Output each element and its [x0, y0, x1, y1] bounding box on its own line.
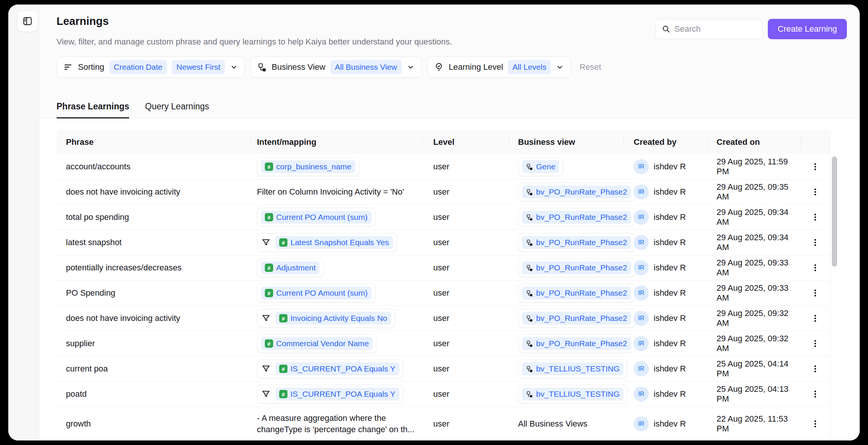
created-by-name: ishdev R — [654, 238, 686, 247]
app-window: Learnings View, filter, and manage custo… — [8, 5, 860, 440]
intent-chip: #IS_CURRENT_POA Equals Y — [257, 385, 403, 404]
phrase-text: account/accounts — [66, 162, 130, 172]
column-header-phrase: Phrase — [57, 130, 251, 154]
business-view-pill: bv_PO_RunRate_Phase2 — [522, 287, 631, 299]
business-view-label: Gene — [536, 162, 555, 171]
measure-icon: # — [279, 390, 287, 398]
row-menu-button[interactable] — [807, 386, 824, 402]
learning-level-filter[interactable]: Learning Level All Levels — [427, 57, 571, 78]
sidebar-toggle-button[interactable] — [17, 11, 38, 32]
hierarchy-icon — [526, 163, 533, 170]
column-header-level: Level — [422, 130, 509, 154]
avatar: IR — [634, 361, 649, 376]
level-text: user — [433, 187, 449, 197]
page-subtitle: View, filter, and manage custom phrase a… — [57, 37, 452, 47]
measure-label: Invoicing Activity Equals No — [290, 314, 387, 323]
table-scrollbar-thumb[interactable] — [832, 157, 837, 267]
row-menu-button[interactable] — [807, 209, 824, 226]
column-header-created-by: Created by — [623, 130, 708, 154]
tab-query-learnings[interactable]: Query Learnings — [145, 95, 209, 118]
business-view-chip: bv_TELLIUS_TESTING — [518, 359, 628, 378]
row-menu-button[interactable] — [807, 184, 824, 200]
business-view-chip: bv_PO_RunRate_Phase2 — [518, 284, 635, 302]
intent-chip: #Commercial Vendor Name — [257, 334, 377, 353]
create-learning-button[interactable]: Create Learning — [768, 19, 847, 39]
business-view-label: bv_PO_RunRate_Phase2 — [536, 187, 627, 196]
row-menu-button[interactable] — [807, 234, 824, 251]
phrase-text: does not have invoicing activity — [66, 313, 180, 323]
measure-pill: #corp_business_name — [261, 160, 355, 173]
business-view-pill: Gene — [522, 160, 559, 173]
created-by-name: ishdev R — [654, 313, 686, 323]
business-view-label: bv_PO_RunRate_Phase2 — [536, 339, 627, 348]
row-menu-button[interactable] — [807, 416, 824, 432]
table-body: account/accounts #corp_business_name use… — [57, 154, 830, 440]
measure-pill: #Current PO Amount (sum) — [261, 211, 371, 224]
avatar: IR — [634, 184, 649, 199]
tab-phrase-learnings[interactable]: Phrase Learnings — [57, 95, 129, 118]
business-view-cell: bv_PO_RunRate_Phase2 — [509, 331, 623, 356]
row-menu-button[interactable] — [807, 158, 824, 175]
table-row: does not have invoicing activity #Invoic… — [57, 306, 830, 331]
search-input[interactable] — [674, 24, 753, 34]
business-view-filter[interactable]: Business View All Business View — [251, 57, 422, 78]
search-box[interactable] — [656, 19, 763, 39]
intent-chip: #Latest Snapshot Equals Yes — [257, 233, 397, 252]
row-menu-button[interactable] — [807, 361, 824, 377]
intent-cell: #Current PO Amount (sum) — [251, 205, 422, 230]
row-menu-button[interactable] — [807, 285, 824, 301]
created-by-name: ishdev R — [654, 364, 686, 374]
intent-text: - A measure aggregation where the change… — [257, 413, 422, 435]
table-row: PO Spending #Current PO Amount (sum) use… — [57, 281, 830, 306]
filter-icon — [261, 389, 271, 399]
hierarchy-icon — [526, 189, 533, 196]
created-on-text: 29 Aug 2025, 09:35 AM — [717, 182, 801, 202]
created-by-name: ishdev R — [654, 187, 686, 197]
hierarchy-icon — [526, 214, 533, 221]
filter-icon — [261, 364, 271, 374]
tabs: Phrase Learnings Query Learnings — [40, 95, 860, 118]
phrase-text: latest snapshot — [66, 238, 122, 247]
row-menu-button[interactable] — [807, 259, 824, 276]
column-header-created-on: Created on — [708, 130, 801, 154]
created-by-name: ishdev R — [654, 389, 686, 399]
avatar: IR — [634, 235, 649, 250]
level-text: user — [433, 419, 449, 429]
measure-label: Latest Snapshot Equals Yes — [290, 238, 389, 247]
hierarchy-icon — [526, 315, 533, 322]
created-on-text: 29 Aug 2025, 09:34 AM — [717, 233, 801, 252]
learnings-table: Phrase Intent/mapping Level Business vie… — [57, 130, 830, 440]
business-view-chip: bv_PO_RunRate_Phase2 — [518, 183, 635, 201]
measure-pill: #Adjustment — [261, 261, 319, 274]
row-menu-button[interactable] — [807, 335, 824, 352]
learning-level-label: Learning Level — [449, 62, 503, 72]
hierarchy-icon — [526, 239, 533, 246]
measure-pill: #Current PO Amount (sum) — [261, 287, 371, 299]
created-on-text: 22 Aug 2025, 11:53 PM — [717, 414, 801, 434]
intent-cell: - A measure aggregation where the change… — [251, 413, 422, 435]
sorting-value-field: Creation Date — [109, 60, 167, 74]
business-view-cell: Gene — [509, 154, 623, 179]
hierarchy-icon — [526, 391, 533, 398]
intent-cell: #Invoicing Activity Equals No — [251, 306, 422, 331]
level-text: user — [433, 212, 449, 222]
level-text: user — [433, 162, 449, 172]
sorting-label: Sorting — [78, 62, 104, 72]
search-icon — [662, 25, 671, 34]
sorting-value-direction: Newest First — [172, 60, 225, 74]
measure-label: Current PO Amount (sum) — [276, 288, 368, 298]
reset-filters-button[interactable]: Reset — [579, 62, 601, 72]
measure-icon: # — [279, 365, 287, 373]
business-view-pill: bv_PO_RunRate_Phase2 — [522, 186, 631, 198]
business-view-cell: bv_TELLIUS_TESTING — [509, 356, 623, 381]
business-view-pill: bv_TELLIUS_TESTING — [522, 388, 623, 400]
page-title: Learnings — [57, 15, 109, 28]
business-view-cell: bv_PO_RunRate_Phase2 — [509, 205, 623, 230]
created-on-text: 29 Aug 2025, 09:32 AM — [717, 308, 801, 328]
intent-cell: #Latest Snapshot Equals Yes — [251, 230, 422, 255]
created-by-name: ishdev R — [654, 339, 686, 348]
sorting-filter[interactable]: Sorting Creation Date Newest First — [57, 57, 245, 78]
business-view-cell: bv_PO_RunRate_Phase2 — [509, 255, 623, 280]
measure-icon: # — [265, 264, 273, 272]
row-menu-button[interactable] — [807, 310, 824, 327]
